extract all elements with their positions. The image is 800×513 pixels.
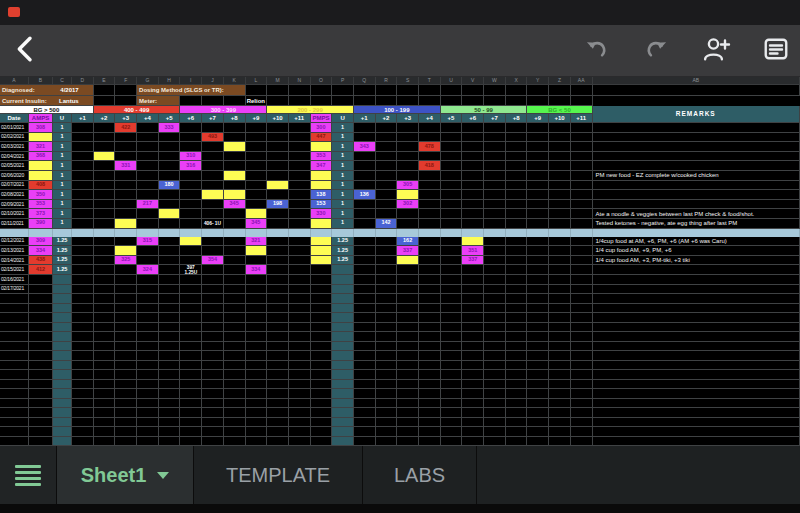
cell[interactable] (0, 370, 29, 380)
am-bg-cell[interactable] (115, 152, 137, 162)
am-bg-cell[interactable]: 333 (159, 123, 181, 133)
am-bg-cell[interactable] (202, 265, 224, 275)
pm-bg-cell[interactable] (506, 123, 528, 133)
am-bg-cell[interactable] (159, 152, 181, 162)
am-bg-cell[interactable] (115, 275, 137, 285)
am-bg-cell[interactable] (72, 181, 94, 191)
am-bg-cell[interactable] (246, 152, 268, 162)
pm-bg-cell[interactable] (354, 171, 376, 181)
cell[interactable] (462, 361, 484, 371)
cell[interactable] (246, 332, 268, 342)
am-bg-cell[interactable] (246, 256, 268, 266)
cell[interactable] (462, 294, 484, 304)
cell[interactable] (311, 418, 333, 428)
cell[interactable] (53, 304, 72, 314)
cell[interactable] (376, 323, 398, 333)
cell[interactable] (159, 399, 181, 409)
cell[interactable] (94, 332, 116, 342)
remark-cell[interactable]: Ate a noodle & veggies between last PM c… (593, 209, 800, 219)
cell[interactable] (376, 351, 398, 361)
cell[interactable] (332, 427, 354, 437)
cell[interactable] (53, 323, 72, 333)
cell[interactable] (289, 389, 311, 399)
cell[interactable] (267, 389, 289, 399)
am-bg-cell[interactable] (267, 142, 289, 152)
amps-cell[interactable]: 412 (29, 265, 53, 275)
cell[interactable] (397, 96, 419, 106)
cell[interactable] (354, 399, 376, 409)
pm-bg-cell[interactable] (419, 246, 441, 256)
pm-bg-cell[interactable] (549, 200, 571, 210)
am-bg-cell[interactable] (202, 161, 224, 171)
am-bg-cell[interactable] (224, 181, 246, 191)
pm-bg-cell[interactable] (441, 219, 463, 229)
amps-cell[interactable]: 373 (29, 209, 53, 219)
pm-bg-cell[interactable] (527, 219, 549, 229)
cell[interactable] (202, 323, 224, 333)
remark-cell[interactable] (593, 275, 800, 285)
cell[interactable] (419, 351, 441, 361)
cell[interactable] (593, 294, 800, 304)
pm-bg-cell[interactable] (397, 190, 419, 200)
am-bg-cell[interactable]: 354 (202, 256, 224, 266)
am-bg-cell[interactable] (94, 275, 116, 285)
pm-units-cell[interactable]: 1.25 (332, 246, 354, 256)
cell[interactable] (72, 389, 94, 399)
cell[interactable] (354, 380, 376, 390)
am-bg-cell[interactable] (159, 190, 181, 200)
am-bg-cell[interactable] (246, 181, 268, 191)
pm-bg-cell[interactable] (506, 275, 528, 285)
column-header[interactable]: +10 (267, 114, 289, 123)
cell[interactable] (202, 96, 224, 106)
pm-bg-cell[interactable] (462, 275, 484, 285)
column-header[interactable]: +11 (571, 114, 593, 123)
cell[interactable] (137, 418, 159, 428)
pm-units-cell[interactable] (332, 285, 354, 295)
pm-bg-cell[interactable] (462, 161, 484, 171)
column-letter-y[interactable]: Y (527, 77, 549, 85)
pm-bg-cell[interactable] (376, 123, 398, 133)
pm-bg-cell[interactable] (441, 246, 463, 256)
am-bg-cell[interactable] (94, 256, 116, 266)
remark-cell[interactable] (593, 123, 800, 133)
cell[interactable] (484, 361, 506, 371)
am-bg-cell[interactable] (180, 123, 202, 133)
cell[interactable] (72, 408, 94, 418)
cell[interactable] (354, 389, 376, 399)
am-bg-cell[interactable] (246, 133, 268, 143)
pm-bg-cell[interactable] (397, 142, 419, 152)
pm-units-cell[interactable]: 1 (332, 171, 354, 181)
cell[interactable] (246, 408, 268, 418)
am-bg-cell[interactable]: 315 (137, 237, 159, 247)
column-letter-x[interactable]: X (506, 77, 528, 85)
pm-bg-cell[interactable] (527, 181, 549, 191)
cell[interactable] (72, 361, 94, 371)
pm-bg-cell[interactable] (397, 265, 419, 275)
cell[interactable] (332, 294, 354, 304)
am-bg-cell[interactable] (289, 181, 311, 191)
pm-bg-cell[interactable]: 351 (462, 246, 484, 256)
pm-units-cell[interactable]: 1 (332, 209, 354, 219)
am-bg-cell[interactable] (180, 133, 202, 143)
column-letter-ab[interactable]: AB (593, 77, 800, 85)
pm-units-cell[interactable]: 1 (332, 190, 354, 200)
cell[interactable] (419, 370, 441, 380)
cell[interactable] (159, 342, 181, 352)
cell[interactable] (94, 351, 116, 361)
cell[interactable] (224, 313, 246, 323)
cell[interactable] (246, 399, 268, 409)
cell[interactable] (137, 427, 159, 437)
cell[interactable] (571, 313, 593, 323)
cell[interactable] (0, 408, 29, 418)
pm-bg-cell[interactable]: 142 (376, 219, 398, 229)
cell[interactable] (224, 332, 246, 342)
pm-bg-cell[interactable] (354, 161, 376, 171)
am-bg-cell[interactable] (72, 265, 94, 275)
pm-bg-cell[interactable] (571, 161, 593, 171)
remark-cell[interactable] (593, 265, 800, 275)
pm-bg-cell[interactable] (549, 161, 571, 171)
cell[interactable] (224, 418, 246, 428)
pm-bg-cell[interactable] (484, 246, 506, 256)
am-bg-cell[interactable] (115, 142, 137, 152)
pm-bg-cell[interactable] (506, 161, 528, 171)
